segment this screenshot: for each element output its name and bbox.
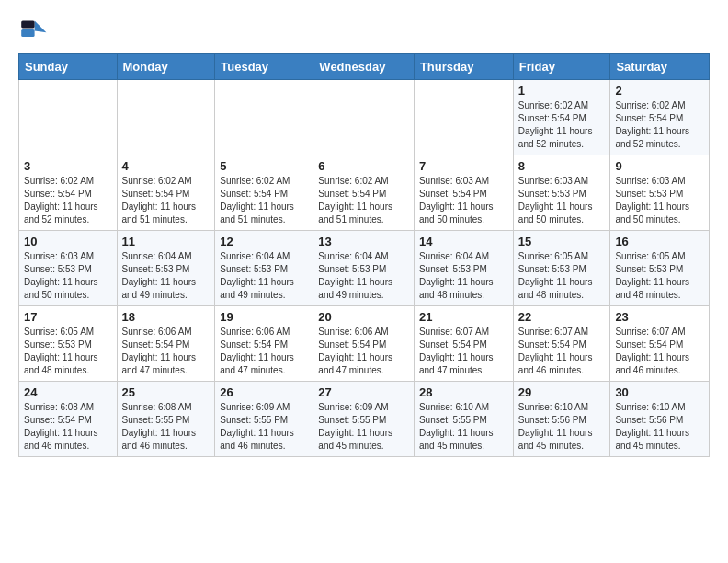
day-info: Sunrise: 6:03 AM Sunset: 5:53 PM Dayligh… (24, 250, 112, 302)
day-info: Sunrise: 6:05 AM Sunset: 5:53 PM Dayligh… (24, 326, 112, 377)
day-info: Sunrise: 6:04 AM Sunset: 5:53 PM Dayligh… (419, 250, 508, 302)
day-info: Sunrise: 6:06 AM Sunset: 5:54 PM Dayligh… (318, 326, 409, 377)
weekday-header-wednesday: Wednesday (313, 54, 415, 80)
calendar-cell: 12Sunrise: 6:04 AM Sunset: 5:53 PM Dayli… (215, 231, 313, 306)
day-number: 12 (220, 235, 308, 248)
calendar-cell: 3Sunrise: 6:02 AM Sunset: 5:54 PM Daylig… (19, 155, 118, 231)
weekday-header-sunday: Sunday (19, 54, 118, 80)
calendar-cell: 25Sunrise: 6:08 AM Sunset: 5:55 PM Dayli… (117, 382, 215, 457)
day-info: Sunrise: 6:02 AM Sunset: 5:54 PM Dayligh… (615, 99, 704, 151)
day-number: 1 (518, 84, 606, 98)
day-info: Sunrise: 6:02 AM Sunset: 5:54 PM Dayligh… (122, 175, 210, 226)
svg-rect-3 (21, 29, 34, 37)
day-info: Sunrise: 6:05 AM Sunset: 5:53 PM Dayligh… (615, 250, 704, 302)
header (18, 15, 710, 44)
day-info: Sunrise: 6:04 AM Sunset: 5:53 PM Dayligh… (122, 250, 210, 302)
calendar-cell: 30Sunrise: 6:10 AM Sunset: 5:56 PM Dayli… (610, 382, 710, 457)
calendar-cell: 26Sunrise: 6:09 AM Sunset: 5:55 PM Dayli… (215, 382, 313, 457)
day-number: 24 (24, 385, 112, 399)
calendar-cell (414, 80, 513, 155)
calendar-cell: 7Sunrise: 6:03 AM Sunset: 5:54 PM Daylig… (414, 155, 513, 231)
calendar-cell: 20Sunrise: 6:06 AM Sunset: 5:54 PM Dayli… (313, 306, 415, 382)
logo-icon (18, 15, 48, 44)
calendar-cell (19, 80, 118, 155)
day-info: Sunrise: 6:10 AM Sunset: 5:56 PM Dayligh… (615, 401, 704, 453)
day-number: 17 (24, 310, 112, 324)
calendar-cell: 21Sunrise: 6:07 AM Sunset: 5:54 PM Dayli… (414, 306, 513, 382)
day-number: 3 (24, 159, 112, 173)
day-number: 2 (615, 84, 704, 98)
day-number: 30 (615, 385, 704, 399)
weekday-header-row: SundayMondayTuesdayWednesdayThursdayFrid… (19, 54, 710, 80)
weekday-header-tuesday: Tuesday (215, 54, 313, 80)
calendar-cell: 17Sunrise: 6:05 AM Sunset: 5:53 PM Dayli… (19, 306, 118, 382)
day-info: Sunrise: 6:02 AM Sunset: 5:54 PM Dayligh… (220, 175, 308, 226)
weekday-header-thursday: Thursday (414, 54, 513, 80)
weekday-header-friday: Friday (513, 54, 610, 80)
day-number: 5 (220, 159, 308, 173)
calendar-cell: 2Sunrise: 6:02 AM Sunset: 5:54 PM Daylig… (610, 80, 710, 155)
calendar-cell: 24Sunrise: 6:08 AM Sunset: 5:54 PM Dayli… (19, 382, 118, 457)
day-number: 20 (318, 310, 409, 324)
calendar-cell: 28Sunrise: 6:10 AM Sunset: 5:55 PM Dayli… (414, 382, 513, 457)
day-info: Sunrise: 6:08 AM Sunset: 5:55 PM Dayligh… (122, 401, 210, 453)
calendar-table: SundayMondayTuesdayWednesdayThursdayFrid… (18, 53, 710, 457)
day-info: Sunrise: 6:07 AM Sunset: 5:54 PM Dayligh… (419, 326, 508, 377)
day-info: Sunrise: 6:02 AM Sunset: 5:54 PM Dayligh… (24, 175, 112, 226)
day-number: 9 (615, 159, 704, 173)
calendar-cell: 1Sunrise: 6:02 AM Sunset: 5:54 PM Daylig… (513, 80, 610, 155)
svg-rect-2 (21, 20, 34, 28)
calendar-cell: 18Sunrise: 6:06 AM Sunset: 5:54 PM Dayli… (117, 306, 215, 382)
day-number: 29 (518, 385, 606, 399)
day-number: 28 (419, 385, 508, 399)
day-number: 15 (518, 235, 606, 248)
logo (18, 15, 50, 44)
day-number: 10 (24, 235, 112, 248)
day-number: 13 (318, 235, 409, 248)
calendar-week-row: 10Sunrise: 6:03 AM Sunset: 5:53 PM Dayli… (19, 231, 710, 306)
day-info: Sunrise: 6:08 AM Sunset: 5:54 PM Dayligh… (24, 401, 112, 453)
day-info: Sunrise: 6:09 AM Sunset: 5:55 PM Dayligh… (220, 401, 308, 453)
weekday-header-saturday: Saturday (610, 54, 710, 80)
calendar-cell: 9Sunrise: 6:03 AM Sunset: 5:53 PM Daylig… (610, 155, 710, 231)
day-number: 23 (615, 310, 704, 324)
calendar-cell: 5Sunrise: 6:02 AM Sunset: 5:54 PM Daylig… (215, 155, 313, 231)
day-number: 25 (122, 385, 210, 399)
calendar-cell: 22Sunrise: 6:07 AM Sunset: 5:54 PM Dayli… (513, 306, 610, 382)
day-number: 7 (419, 159, 508, 173)
day-number: 4 (122, 159, 210, 173)
calendar-cell (313, 80, 415, 155)
day-info: Sunrise: 6:03 AM Sunset: 5:53 PM Dayligh… (518, 175, 606, 226)
day-info: Sunrise: 6:07 AM Sunset: 5:54 PM Dayligh… (615, 326, 704, 377)
day-number: 19 (220, 310, 308, 324)
day-info: Sunrise: 6:04 AM Sunset: 5:53 PM Dayligh… (220, 250, 308, 302)
weekday-header-monday: Monday (117, 54, 215, 80)
day-info: Sunrise: 6:06 AM Sunset: 5:54 PM Dayligh… (122, 326, 210, 377)
calendar-week-row: 24Sunrise: 6:08 AM Sunset: 5:54 PM Dayli… (19, 382, 710, 457)
day-info: Sunrise: 6:05 AM Sunset: 5:53 PM Dayligh… (518, 250, 606, 302)
calendar-cell: 10Sunrise: 6:03 AM Sunset: 5:53 PM Dayli… (19, 231, 118, 306)
day-number: 14 (419, 235, 508, 248)
calendar-cell: 8Sunrise: 6:03 AM Sunset: 5:53 PM Daylig… (513, 155, 610, 231)
day-number: 6 (318, 159, 409, 173)
calendar-cell (117, 80, 215, 155)
calendar-week-row: 17Sunrise: 6:05 AM Sunset: 5:53 PM Dayli… (19, 306, 710, 382)
day-number: 27 (318, 385, 409, 399)
day-number: 22 (518, 310, 606, 324)
day-info: Sunrise: 6:03 AM Sunset: 5:53 PM Dayligh… (615, 175, 704, 226)
calendar-cell: 19Sunrise: 6:06 AM Sunset: 5:54 PM Dayli… (215, 306, 313, 382)
day-info: Sunrise: 6:09 AM Sunset: 5:55 PM Dayligh… (318, 401, 409, 453)
calendar-cell: 4Sunrise: 6:02 AM Sunset: 5:54 PM Daylig… (117, 155, 215, 231)
calendar-cell: 14Sunrise: 6:04 AM Sunset: 5:53 PM Dayli… (414, 231, 513, 306)
calendar-cell: 23Sunrise: 6:07 AM Sunset: 5:54 PM Dayli… (610, 306, 710, 382)
calendar-cell: 15Sunrise: 6:05 AM Sunset: 5:53 PM Dayli… (513, 231, 610, 306)
calendar-cell: 29Sunrise: 6:10 AM Sunset: 5:56 PM Dayli… (513, 382, 610, 457)
page: SundayMondayTuesdayWednesdayThursdayFrid… (0, 0, 728, 472)
day-info: Sunrise: 6:10 AM Sunset: 5:55 PM Dayligh… (419, 401, 508, 453)
day-number: 8 (518, 159, 606, 173)
day-number: 21 (419, 310, 508, 324)
day-info: Sunrise: 6:03 AM Sunset: 5:54 PM Dayligh… (419, 175, 508, 226)
day-info: Sunrise: 6:06 AM Sunset: 5:54 PM Dayligh… (220, 326, 308, 377)
day-info: Sunrise: 6:07 AM Sunset: 5:54 PM Dayligh… (518, 326, 606, 377)
day-number: 18 (122, 310, 210, 324)
